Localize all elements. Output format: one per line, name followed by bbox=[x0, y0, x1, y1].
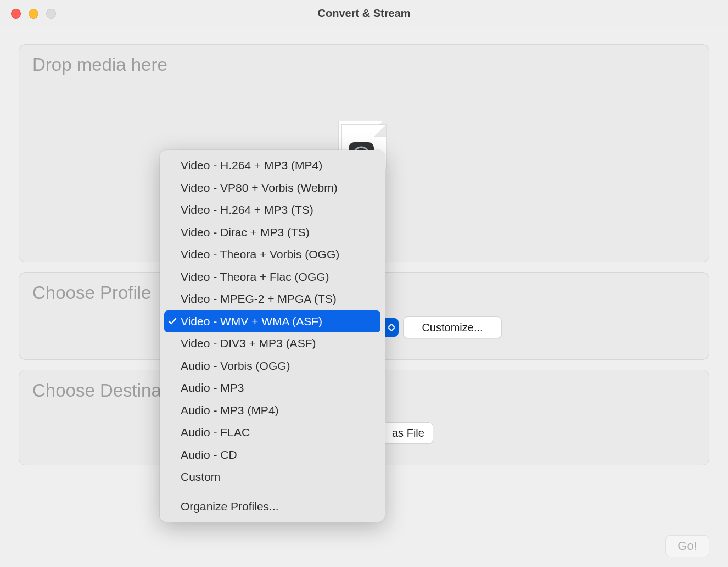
close-window-button[interactable] bbox=[11, 9, 21, 19]
go-button: Go! bbox=[665, 535, 709, 557]
dropdown-item[interactable]: Video - Dirac + MP3 (TS) bbox=[164, 221, 380, 244]
drop-media-title: Drop media here bbox=[32, 54, 696, 75]
dropdown-item[interactable]: Video - Theora + Flac (OGG) bbox=[164, 266, 380, 288]
dropdown-item-label: Audio - FLAC bbox=[181, 426, 250, 439]
dropdown-item[interactable]: Video - Theora + Vorbis (OGG) bbox=[164, 243, 380, 266]
dropdown-item[interactable]: Video - H.264 + MP3 (MP4) bbox=[164, 154, 380, 177]
profile-select-chevron-icon[interactable] bbox=[384, 318, 399, 337]
dropdown-item-label: Audio - CD bbox=[181, 448, 237, 462]
dropdown-item-organize[interactable]: Organize Profiles... bbox=[164, 496, 380, 518]
customize-button-label: Customize... bbox=[422, 321, 483, 334]
traffic-lights bbox=[0, 9, 56, 19]
dropdown-item[interactable]: Audio - Vorbis (OGG) bbox=[164, 355, 380, 377]
dropdown-item-label: Video - VP80 + Vorbis (Webm) bbox=[181, 181, 338, 194]
dropdown-item-label: Audio - MP3 bbox=[181, 381, 244, 394]
customize-button[interactable]: Customize... bbox=[403, 316, 502, 338]
dropdown-item-label: Video - H.264 + MP3 (MP4) bbox=[181, 159, 322, 172]
go-button-label: Go! bbox=[677, 539, 697, 553]
dropdown-item-label: Video - Theora + Flac (OGG) bbox=[181, 270, 329, 284]
dropdown-item-label: Video - H.264 + MP3 (TS) bbox=[181, 203, 313, 216]
dropdown-item[interactable]: Video - DIV3 + MP3 (ASF) bbox=[164, 332, 380, 355]
dropdown-separator bbox=[167, 492, 377, 492]
dropdown-item[interactable]: Video - MPEG-2 + MPGA (TS) bbox=[164, 288, 380, 310]
minimize-window-button[interactable] bbox=[29, 9, 38, 19]
dropdown-item-label: Video - Theora + Vorbis (OGG) bbox=[181, 248, 339, 261]
checkmark-icon bbox=[167, 316, 178, 327]
dropdown-item-label: Video - WMV + WMA (ASF) bbox=[181, 315, 322, 328]
dropdown-item-label: Organize Profiles... bbox=[181, 500, 279, 513]
window-title: Convert & Stream bbox=[318, 7, 411, 20]
dropdown-item[interactable]: Audio - CD bbox=[164, 444, 380, 466]
dropdown-item[interactable]: Audio - MP3 bbox=[164, 377, 380, 399]
titlebar: Convert & Stream bbox=[0, 0, 728, 27]
dropdown-item-label: Video - DIV3 + MP3 (ASF) bbox=[181, 337, 316, 350]
dropdown-item-label: Video - Dirac + MP3 (TS) bbox=[181, 226, 310, 239]
dropdown-item-label: Audio - MP3 (MP4) bbox=[181, 404, 279, 417]
dropdown-item[interactable]: Custom bbox=[164, 466, 380, 488]
save-as-file-label: as File bbox=[392, 427, 424, 440]
dropdown-item[interactable]: Audio - FLAC bbox=[164, 421, 380, 444]
dropdown-item[interactable]: Video - WMV + WMA (ASF) bbox=[164, 310, 380, 333]
profile-dropdown-menu[interactable]: Video - H.264 + MP3 (MP4)Video - VP80 + … bbox=[160, 150, 385, 522]
dropdown-item[interactable]: Video - H.264 + MP3 (TS) bbox=[164, 199, 380, 221]
dropdown-item-label: Video - MPEG-2 + MPGA (TS) bbox=[181, 292, 337, 305]
dropdown-item[interactable]: Audio - MP3 (MP4) bbox=[164, 399, 380, 422]
dropdown-item-label: Audio - Vorbis (OGG) bbox=[181, 359, 290, 373]
maximize-window-button bbox=[46, 9, 56, 19]
save-as-file-button[interactable]: as File bbox=[383, 422, 433, 444]
dropdown-item-label: Custom bbox=[181, 470, 220, 483]
dropdown-item[interactable]: Video - VP80 + Vorbis (Webm) bbox=[164, 177, 380, 199]
